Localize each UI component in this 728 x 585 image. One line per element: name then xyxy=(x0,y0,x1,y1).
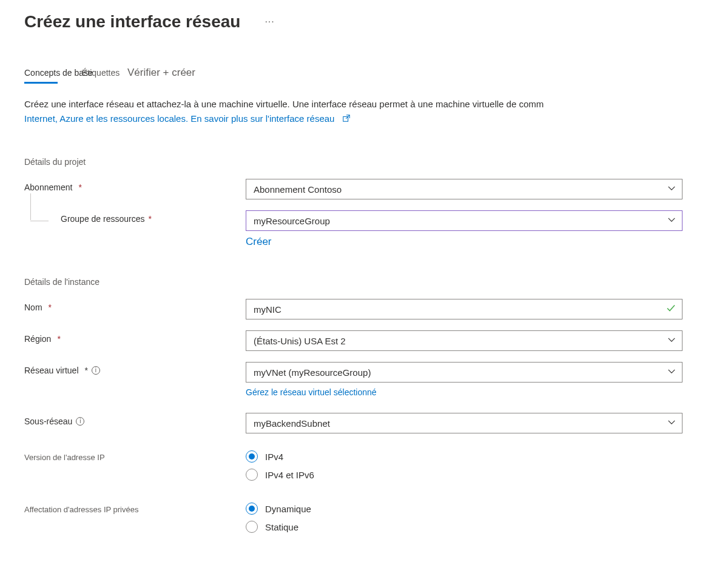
label-ip-assignment: Affectation d'adresses IP privées xyxy=(24,501,246,514)
radio-static[interactable]: Statique xyxy=(246,521,682,533)
label-ip-version: Version de l'adresse IP xyxy=(24,449,246,462)
radio-dynamic[interactable]: Dynamique xyxy=(246,503,682,515)
info-icon[interactable]: i xyxy=(76,417,84,426)
page-title: Créez une interface réseau xyxy=(24,12,240,32)
chevron-down-icon xyxy=(667,418,676,429)
input-name[interactable]: myNIC xyxy=(246,299,682,319)
more-menu-icon[interactable]: ··· xyxy=(265,16,274,27)
select-subscription[interactable]: Abonnement Contoso xyxy=(246,179,682,199)
radio-ipv4[interactable]: IPv4 xyxy=(246,450,682,463)
radio-group-ip-assignment: Dynamique Statique xyxy=(246,501,682,533)
chevron-down-icon xyxy=(667,216,676,226)
intro-desc: Créez une interface réseau et attachez-l… xyxy=(24,99,544,109)
check-icon xyxy=(666,304,676,315)
section-project-details: Détails du projet xyxy=(24,157,704,167)
label-virtual-network: Réseau virtuel * i xyxy=(24,362,246,375)
chevron-down-icon xyxy=(667,184,676,195)
tab-review-create[interactable]: Vérifier + créer xyxy=(127,67,195,84)
select-region[interactable]: (États-Unis) USA Est 2 xyxy=(246,330,682,351)
intro-learn-more-link[interactable]: Internet, Azure et les ressources locale… xyxy=(24,113,334,124)
radio-group-ip-version: IPv4 IPv4 et IPv6 xyxy=(246,449,682,481)
link-create-resource-group[interactable]: Créer xyxy=(246,236,272,248)
label-region: Région* xyxy=(24,330,246,344)
select-subnet[interactable]: myBackendSubnet xyxy=(246,413,682,433)
label-subnet: Sous-réseau i xyxy=(24,413,246,426)
link-manage-vnet[interactable]: Gérez le réseau virtuel sélectionné xyxy=(246,387,377,397)
label-subscription: Abonnement* xyxy=(24,179,246,192)
select-virtual-network[interactable]: myVNet (myResourceGroup) xyxy=(246,362,682,383)
radio-ipv4-ipv6[interactable]: IPv4 et IPv6 xyxy=(246,469,682,481)
info-icon[interactable]: i xyxy=(92,366,100,375)
section-instance-details: Détails de l'instance xyxy=(24,277,704,287)
select-resource-group[interactable]: myResourceGroup xyxy=(246,210,682,231)
label-name: Nom* xyxy=(24,299,246,312)
tab-basics[interactable]: Concepts de base xyxy=(24,68,93,82)
intro-text: Créez une interface réseau et attachez-l… xyxy=(24,97,704,127)
label-resource-group: Groupe de ressources* xyxy=(24,210,246,224)
external-link-icon xyxy=(342,112,351,127)
chevron-down-icon xyxy=(667,367,676,378)
chevron-down-icon xyxy=(667,336,676,346)
